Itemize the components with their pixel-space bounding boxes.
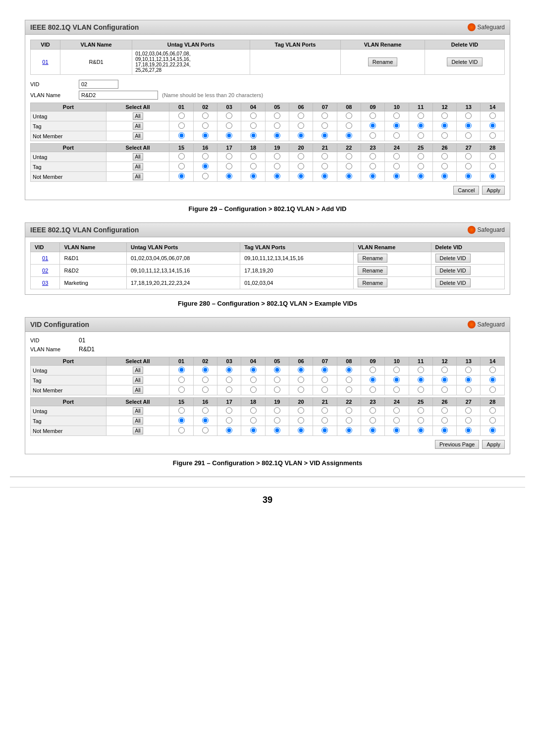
- u291-24[interactable]: [393, 407, 400, 414]
- untag-radio-2-21[interactable]: [321, 153, 328, 160]
- t291-05[interactable]: [274, 377, 280, 383]
- t291-27[interactable]: [465, 417, 472, 424]
- t291-23[interactable]: [370, 417, 376, 424]
- untag-radio-1-05[interactable]: [274, 112, 280, 119]
- tag-radio-2-23[interactable]: [370, 163, 376, 169]
- untag-radio-2-20[interactable]: [298, 153, 304, 160]
- nm291-27[interactable]: [465, 427, 472, 433]
- nm291-08[interactable]: [346, 386, 352, 393]
- nm-radio-1-11[interactable]: [418, 132, 424, 139]
- nm-radio-1-03[interactable]: [226, 132, 232, 139]
- nm291-16[interactable]: [202, 427, 209, 433]
- nm-radio-1-06[interactable]: [298, 132, 304, 139]
- untag-radio-1-01[interactable]: [178, 112, 185, 119]
- untag-radio-1-07[interactable]: [321, 112, 328, 119]
- untag-radio-2-26[interactable]: [441, 153, 448, 160]
- u291-18[interactable]: [250, 407, 257, 414]
- nm291-24[interactable]: [393, 427, 400, 433]
- t291-17[interactable]: [226, 417, 232, 424]
- nm-radio-1-04[interactable]: [250, 132, 257, 139]
- tag-radio-1-10[interactable]: [393, 122, 400, 129]
- tag-radio-1-12[interactable]: [441, 122, 448, 129]
- tag-all-291-1[interactable]: All: [133, 377, 143, 384]
- nm291-15[interactable]: [178, 427, 185, 433]
- u291-09[interactable]: [370, 367, 376, 373]
- u291-20[interactable]: [298, 407, 304, 414]
- nm-radio-2-24[interactable]: [393, 173, 400, 179]
- untag-radio-1-12[interactable]: [441, 112, 448, 119]
- tag-radio-2-17[interactable]: [226, 163, 232, 169]
- nm291-19[interactable]: [274, 427, 280, 433]
- nm291-05[interactable]: [274, 386, 280, 393]
- nm291-26[interactable]: [441, 427, 448, 433]
- nm-radio-2-16[interactable]: [202, 173, 209, 179]
- untag-radio-2-15[interactable]: [178, 153, 185, 160]
- t291-03[interactable]: [226, 377, 232, 383]
- untag-radio-2-23[interactable]: [370, 153, 376, 160]
- u291-12[interactable]: [441, 367, 448, 373]
- u291-21[interactable]: [321, 407, 328, 414]
- t291-19[interactable]: [274, 417, 280, 424]
- vid-input[interactable]: [79, 80, 118, 89]
- nm291-18[interactable]: [250, 427, 257, 433]
- t291-06[interactable]: [298, 377, 304, 383]
- rename-button[interactable]: Rename: [368, 57, 398, 66]
- rename-button-02[interactable]: Rename: [358, 266, 387, 275]
- untag-radio-1-14[interactable]: [489, 112, 496, 119]
- untag-radio-2-28[interactable]: [489, 153, 496, 160]
- untag-radio-1-04[interactable]: [250, 112, 257, 119]
- untag-all-291-1[interactable]: All: [133, 367, 143, 374]
- u291-06[interactable]: [298, 367, 304, 373]
- tag-radio-1-03[interactable]: [226, 122, 232, 129]
- vid-link[interactable]: 01: [42, 59, 48, 65]
- nm-radio-2-17[interactable]: [226, 173, 232, 179]
- untag-radio-2-19[interactable]: [274, 153, 280, 160]
- t291-26[interactable]: [441, 417, 448, 424]
- nm-radio-2-21[interactable]: [321, 173, 328, 179]
- tag-radio-1-04[interactable]: [250, 122, 257, 129]
- t291-11[interactable]: [418, 377, 424, 383]
- nm291-07[interactable]: [321, 386, 328, 393]
- nm-radio-1-08[interactable]: [346, 132, 352, 139]
- tag-radio-2-24[interactable]: [393, 163, 400, 169]
- t291-13[interactable]: [465, 377, 472, 383]
- u291-02[interactable]: [202, 367, 209, 373]
- t291-09[interactable]: [370, 377, 376, 383]
- vlan-name-input[interactable]: [79, 91, 158, 100]
- nm-radio-1-13[interactable]: [465, 132, 472, 139]
- nm-radio-2-18[interactable]: [250, 173, 257, 179]
- nm-all-291-1[interactable]: All: [133, 386, 143, 394]
- nm291-03[interactable]: [226, 386, 232, 393]
- u291-27[interactable]: [465, 407, 472, 414]
- u291-26[interactable]: [441, 407, 448, 414]
- t291-08[interactable]: [346, 377, 352, 383]
- u291-11[interactable]: [418, 367, 424, 373]
- untag-all-button-1[interactable]: All: [133, 112, 143, 120]
- u291-14[interactable]: [489, 367, 496, 373]
- nm-radio-2-19[interactable]: [274, 173, 280, 179]
- nm291-02[interactable]: [202, 386, 209, 393]
- tag-radio-2-28[interactable]: [489, 163, 496, 169]
- nm-radio-1-02[interactable]: [202, 132, 209, 139]
- tag-all-291-2[interactable]: All: [133, 417, 143, 425]
- untag-radio-2-22[interactable]: [346, 153, 352, 160]
- t291-12[interactable]: [441, 377, 448, 383]
- tag-radio-1-09[interactable]: [370, 122, 376, 129]
- untag-radio-2-24[interactable]: [393, 153, 400, 160]
- nm-radio-2-22[interactable]: [346, 173, 352, 179]
- t291-14[interactable]: [489, 377, 496, 383]
- u291-23[interactable]: [370, 407, 376, 414]
- nm-radio-2-28[interactable]: [489, 173, 496, 179]
- t291-07[interactable]: [321, 377, 328, 383]
- nm291-09[interactable]: [370, 386, 376, 393]
- nm291-20[interactable]: [298, 427, 304, 433]
- nm-radio-2-23[interactable]: [370, 173, 376, 179]
- nm-radio-2-27[interactable]: [465, 173, 472, 179]
- u291-08[interactable]: [346, 367, 352, 373]
- untag-radio-1-08[interactable]: [346, 112, 352, 119]
- u291-15[interactable]: [178, 407, 185, 414]
- t291-20[interactable]: [298, 417, 304, 424]
- tag-radio-1-06[interactable]: [298, 122, 304, 129]
- rename-button-03[interactable]: Rename: [358, 278, 387, 287]
- vid-link-02[interactable]: 02: [42, 268, 48, 273]
